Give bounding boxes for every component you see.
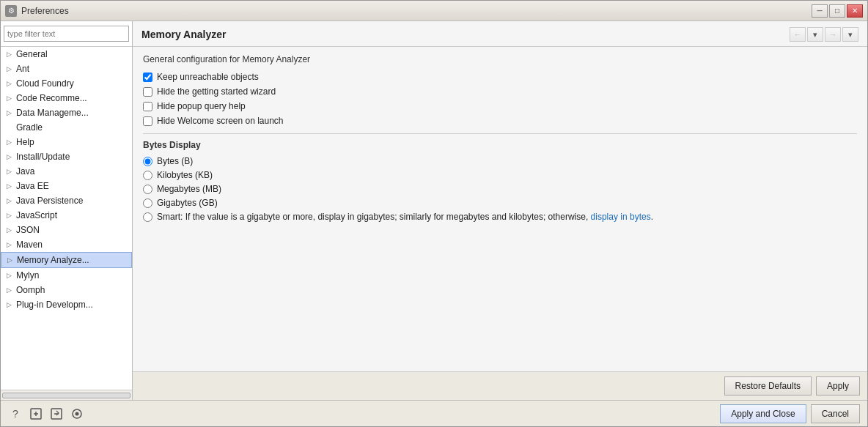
apply-and-close-button[interactable]: Apply and Close: [720, 404, 806, 423]
bytes-radio[interactable]: [143, 157, 152, 166]
apply-button[interactable]: Apply: [816, 376, 860, 396]
sidebar-item-arrow-memory-analyzer: ▷: [7, 256, 15, 264]
sidebar-item-arrow-java: ▷: [7, 168, 14, 175]
checkboxes-group: Keep unreachable objects Hide the gettin…: [143, 72, 857, 126]
footer-icons: ?: [8, 406, 84, 421]
sidebar-item-gradle[interactable]: Gradle: [1, 120, 132, 135]
hide-popup-label: Hide popup query help: [157, 101, 246, 111]
sidebar-item-label-java-persistence: Java Persistence: [16, 196, 83, 206]
sidebar-item-install-update[interactable]: ▷Install/Update: [1, 149, 132, 164]
sidebar-item-label-oomph: Oomph: [16, 285, 45, 295]
nav-back-button[interactable]: ←: [790, 27, 806, 42]
sidebar-item-label-install-update: Install/Update: [16, 152, 70, 162]
sidebar-item-arrow-java-ee: ▷: [7, 182, 14, 190]
sidebar-item-plugin-development[interactable]: ▷Plug-in Developm...: [1, 297, 132, 312]
sidebar-item-help[interactable]: ▷Help: [1, 135, 132, 149]
sidebar-item-java-persistence[interactable]: ▷Java Persistence: [1, 193, 132, 208]
hide-popup-checkbox[interactable]: [143, 102, 152, 111]
action-bar: Restore Defaults Apply: [133, 371, 867, 400]
nav-forward-dropdown[interactable]: ▾: [842, 27, 858, 42]
sidebar-item-java[interactable]: ▷Java: [1, 164, 132, 179]
kilobytes-radio[interactable]: [143, 171, 152, 180]
sidebar-item-ant[interactable]: ▷Ant: [1, 62, 132, 76]
refresh-icon[interactable]: [70, 406, 84, 421]
sidebar-item-label-gradle: Gradle: [16, 122, 43, 133]
keep-unreachable-checkbox[interactable]: [143, 73, 152, 82]
sidebar-item-json[interactable]: ▷JSON: [1, 223, 132, 237]
sidebar-item-label-maven: Maven: [16, 240, 43, 250]
sidebar-item-maven[interactable]: ▷Maven: [1, 237, 132, 252]
checkbox-row-hide-popup: Hide popup query help: [143, 101, 857, 111]
sidebar-item-label-mylyn: Mylyn: [16, 270, 39, 281]
sidebar-item-general[interactable]: ▷General: [1, 47, 132, 62]
sidebar-item-label-help: Help: [16, 137, 34, 147]
bytes-display-group: Bytes (B) Kilobytes (KB) Megabytes (MB) …: [143, 156, 857, 222]
radio-row-megabytes: Megabytes (MB): [143, 184, 857, 194]
sidebar-item-oomph[interactable]: ▷Oomph: [1, 283, 132, 297]
section-description: General configuration for Memory Analyze…: [143, 54, 857, 64]
checkbox-row-hide-welcome: Hide Welcome screen on launch: [143, 116, 857, 126]
help-icon[interactable]: ?: [8, 406, 23, 421]
radio-row-kilobytes: Kilobytes (KB): [143, 170, 857, 180]
sidebar-item-label-javascript: JavaScript: [16, 210, 57, 220]
smart-radio[interactable]: [143, 212, 152, 222]
gigabytes-label: Gigabytes (GB): [157, 198, 218, 208]
keep-unreachable-label: Keep unreachable objects: [157, 72, 259, 82]
sidebar-item-arrow-help: ▷: [7, 138, 14, 146]
content-header: Memory Analyzer ← ▾ → ▾: [133, 21, 867, 47]
gigabytes-radio[interactable]: [143, 198, 152, 208]
preferences-window: ⚙ Preferences ─ □ ✕ ▷General▷Ant▷Cloud F…: [0, 0, 868, 427]
minimize-button[interactable]: ─: [812, 4, 828, 18]
sidebar-item-arrow-json: ▷: [7, 226, 14, 234]
sidebar-tree: ▷General▷Ant▷Cloud Foundry▷Code Recomme.…: [1, 47, 132, 390]
title-bar-left: ⚙ Preferences: [5, 5, 69, 17]
hide-wizard-checkbox[interactable]: [143, 87, 152, 97]
title-bar-buttons: ─ □ ✕: [812, 4, 863, 18]
smart-highlight: display in bytes: [591, 212, 651, 222]
footer: ? Apply and: [1, 400, 867, 426]
sidebar-item-label-memory-analyzer: Memory Analyze...: [17, 255, 89, 265]
hide-welcome-label: Hide Welcome screen on launch: [157, 116, 284, 126]
sidebar-item-label-data-management: Data Manageme...: [16, 108, 89, 118]
hide-welcome-checkbox[interactable]: [143, 116, 152, 126]
import-icon[interactable]: [29, 406, 43, 421]
megabytes-label: Megabytes (MB): [157, 184, 221, 194]
sidebar-item-label-general: General: [16, 49, 48, 59]
restore-defaults-button[interactable]: Restore Defaults: [724, 376, 812, 396]
radio-row-gigabytes: Gigabytes (GB): [143, 198, 857, 208]
radio-row-bytes: Bytes (B): [143, 156, 857, 166]
nav-back-dropdown[interactable]: ▾: [807, 27, 823, 42]
hide-wizard-label: Hide the getting started wizard: [157, 86, 276, 97]
checkbox-row-keep-unreachable: Keep unreachable objects: [143, 72, 857, 82]
smart-label: Smart: If the value is a gigabyte or mor…: [157, 212, 653, 222]
sidebar: ▷General▷Ant▷Cloud Foundry▷Code Recomme.…: [1, 21, 133, 400]
sidebar-item-cloud-foundry[interactable]: ▷Cloud Foundry: [1, 76, 132, 91]
sidebar-item-label-java: Java: [16, 166, 34, 177]
export-icon[interactable]: [49, 406, 64, 421]
footer-right-buttons: Apply and Close Cancel: [720, 404, 860, 423]
megabytes-radio[interactable]: [143, 185, 152, 194]
sidebar-item-arrow-java-persistence: ▷: [7, 197, 14, 204]
sidebar-item-memory-analyzer[interactable]: ▷Memory Analyze...: [1, 252, 132, 268]
sidebar-item-label-ant: Ant: [16, 64, 29, 74]
filter-input[interactable]: [4, 26, 129, 42]
sidebar-item-java-ee[interactable]: ▷Java EE: [1, 179, 132, 193]
sidebar-item-mylyn[interactable]: ▷Mylyn: [1, 268, 132, 283]
nav-buttons: ← ▾ → ▾: [790, 27, 858, 42]
cancel-button[interactable]: Cancel: [811, 404, 860, 423]
content-body: General configuration for Memory Analyze…: [133, 47, 867, 371]
sidebar-item-arrow-data-management: ▷: [7, 109, 14, 116]
sidebar-item-arrow-install-update: ▷: [7, 153, 14, 160]
nav-forward-button[interactable]: →: [825, 27, 841, 42]
sidebar-scroll-area: ▷General▷Ant▷Cloud Foundry▷Code Recomme.…: [1, 47, 132, 390]
sidebar-item-label-code-recommenders: Code Recomme...: [16, 93, 87, 103]
close-button[interactable]: ✕: [847, 4, 863, 18]
sidebar-item-data-management[interactable]: ▷Data Manageme...: [1, 105, 132, 120]
sidebar-item-javascript[interactable]: ▷JavaScript: [1, 208, 132, 223]
maximize-button[interactable]: □: [829, 4, 845, 18]
horizontal-scrollbar[interactable]: [2, 393, 130, 398]
window-title: Preferences: [21, 6, 69, 16]
sidebar-item-code-recommenders[interactable]: ▷Code Recomme...: [1, 91, 132, 105]
sidebar-scrollbar-area: [1, 390, 132, 400]
sidebar-item-arrow-ant: ▷: [7, 65, 14, 73]
